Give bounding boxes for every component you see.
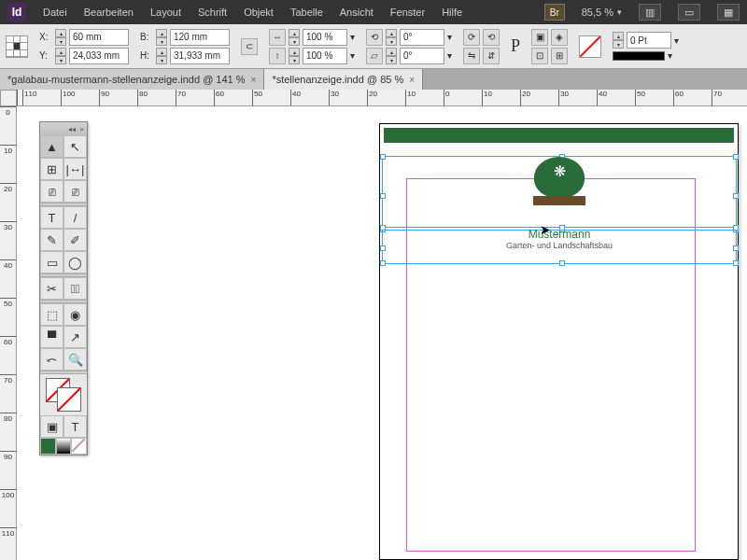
- bridge-button[interactable]: Br: [544, 4, 565, 21]
- header-band[interactable]: [384, 128, 734, 143]
- formatting-container-icon[interactable]: ▣: [40, 415, 63, 438]
- rotate-icon: ⟲: [366, 29, 383, 46]
- panel-header[interactable]: ◂◂×: [40, 122, 87, 135]
- tree-icon: ❋: [554, 162, 566, 180]
- zoom-tool[interactable]: 🔍: [63, 348, 87, 371]
- title-frame[interactable]: Mustermann Garten- und Landschaftsbau: [382, 227, 737, 264]
- menu-objekt[interactable]: Objekt: [244, 7, 274, 18]
- h-input[interactable]: 31,933 mm: [170, 48, 230, 64]
- title-bar: Id Datei Bearbeiten Layout Schrift Objek…: [0, 0, 747, 24]
- arrange-icon[interactable]: ▦: [717, 4, 740, 21]
- scale-x-input[interactable]: 100 %: [303, 29, 347, 46]
- shear-stepper[interactable]: ▴▾: [386, 48, 397, 64]
- ruler-horizontal[interactable]: 1101009080706050403020100102030405060708…: [17, 90, 747, 106]
- gradient-feather-tool[interactable]: ◉: [63, 303, 87, 326]
- stroke-style[interactable]: [613, 51, 665, 61]
- rotate-stepper[interactable]: ▴▾: [386, 29, 397, 46]
- scale-x-icon: ↔: [269, 29, 286, 46]
- line-tool[interactable]: /: [63, 206, 87, 229]
- fit-content-icon[interactable]: ⊡: [531, 48, 548, 64]
- logo-frame[interactable]: ❋: [382, 156, 737, 231]
- page[interactable]: ❋ Mustermann Garten- und Landschaftsbau: [379, 123, 739, 560]
- eyedropper-tool[interactable]: ↗: [63, 326, 87, 348]
- ruler-origin[interactable]: [0, 90, 17, 106]
- apply-none[interactable]: [71, 438, 87, 455]
- gap-tool[interactable]: |↔|: [63, 158, 87, 180]
- formatting-text-icon[interactable]: T: [63, 415, 87, 438]
- zoom-display[interactable]: 85,5 %▾: [582, 7, 622, 18]
- apply-color[interactable]: [40, 438, 56, 455]
- menu-datei[interactable]: Datei: [43, 7, 67, 18]
- menu-fenster[interactable]: Fenster: [390, 7, 425, 18]
- h-label: H:: [140, 50, 153, 61]
- tab-galabau[interactable]: *galabau-mustermann-stellenanzeige.indd …: [0, 69, 264, 90]
- close-icon[interactable]: ×: [409, 75, 415, 85]
- app-logo: Id: [7, 3, 26, 21]
- fit-frame-icon[interactable]: ⊞: [551, 48, 568, 64]
- rotate-input[interactable]: 0°: [400, 29, 444, 46]
- shear-icon: ▱: [366, 48, 383, 64]
- x-input[interactable]: 60 mm: [69, 29, 129, 46]
- rotate-cw-icon[interactable]: ⟳: [463, 29, 480, 46]
- direct-selection-tool[interactable]: ↖: [63, 135, 87, 158]
- fill-swatch[interactable]: [579, 35, 601, 58]
- pencil-tool[interactable]: ✐: [63, 229, 87, 251]
- menu-bearbeiten[interactable]: Bearbeiten: [84, 7, 134, 18]
- stroke-stepper[interactable]: ▴▾: [613, 32, 624, 49]
- y-label: Y:: [39, 50, 52, 61]
- y-stepper[interactable]: ▴▾: [55, 48, 66, 64]
- w-stepper[interactable]: ▴▾: [156, 29, 167, 46]
- apply-gradient[interactable]: [56, 438, 72, 455]
- menu-layout[interactable]: Layout: [150, 7, 181, 18]
- document-tabs: *galabau-mustermann-stellenanzeige.indd …: [0, 69, 747, 90]
- reference-point[interactable]: [6, 35, 28, 58]
- menu-ansicht[interactable]: Ansicht: [340, 7, 374, 18]
- scale-y-stepper[interactable]: ▴▾: [289, 48, 300, 64]
- scale-x-stepper[interactable]: ▴▾: [289, 29, 300, 46]
- menu-schrift[interactable]: Schrift: [198, 7, 227, 18]
- ruler-vertical[interactable]: 0102030405060708090100110: [0, 106, 17, 560]
- scale-y-input[interactable]: 100 %: [303, 48, 347, 64]
- gradient-swatch-tool[interactable]: ⬚: [40, 303, 63, 326]
- link-wh-icon[interactable]: ⊂: [241, 38, 258, 55]
- shear-input[interactable]: 0°: [400, 48, 444, 64]
- note-tool[interactable]: ▀: [40, 326, 63, 348]
- chevron-down-icon: ▾: [617, 7, 622, 17]
- type-tool[interactable]: T: [40, 206, 63, 229]
- content-collector-tool[interactable]: ⎚: [40, 180, 63, 203]
- fill-stroke-swatch[interactable]: [40, 374, 87, 415]
- menu-hilfe[interactable]: Hilfe: [442, 7, 462, 18]
- stroke-weight-input[interactable]: 0 Pt: [627, 32, 671, 49]
- select-content-icon[interactable]: ◈: [551, 29, 568, 46]
- flip-h-icon[interactable]: ⇋: [463, 48, 480, 64]
- free-transform-tool[interactable]: �⃞: [63, 277, 87, 300]
- rectangle-frame-tool[interactable]: ▭: [40, 251, 63, 273]
- view-mode-icon[interactable]: ▥: [639, 4, 661, 21]
- w-input[interactable]: 120 mm: [170, 29, 230, 46]
- pen-tool[interactable]: ✎: [40, 229, 63, 251]
- y-input[interactable]: 24,033 mm: [69, 48, 129, 64]
- select-container-icon[interactable]: ▣: [531, 29, 548, 46]
- x-stepper[interactable]: ▴▾: [55, 29, 66, 46]
- canvas[interactable]: ❋ Mustermann Garten- und Landschaftsbau …: [17, 106, 747, 560]
- selection-tool[interactable]: ▲: [40, 135, 63, 158]
- h-stepper[interactable]: ▴▾: [156, 48, 167, 64]
- cursor-icon: ➤: [540, 222, 551, 237]
- screen-mode-icon[interactable]: ▭: [678, 4, 700, 21]
- menu-tabelle[interactable]: Tabelle: [290, 7, 323, 18]
- content-placer-tool[interactable]: ⎚: [63, 180, 87, 203]
- ellipse-tool[interactable]: ◯: [63, 251, 87, 273]
- flip-v-icon[interactable]: ⇵: [483, 48, 500, 64]
- tab-stellenanzeige[interactable]: *stellenanzeige.indd @ 85 %×: [264, 69, 423, 90]
- control-bar: X:▴▾60 mm Y:▴▾24,033 mm B:▴▾120 mm H:▴▾3…: [0, 24, 747, 69]
- scissors-tool[interactable]: ✂: [40, 277, 63, 300]
- x-label: X:: [39, 32, 52, 42]
- close-icon[interactable]: ×: [79, 125, 84, 133]
- company-subtitle: Garten- und Landschaftsbau: [383, 241, 736, 250]
- hand-tool[interactable]: ⤺: [40, 348, 63, 371]
- close-icon[interactable]: ×: [251, 75, 257, 85]
- type-indicator-icon: P: [511, 36, 520, 56]
- rotate-ccw-icon[interactable]: ⟲: [483, 29, 500, 46]
- page-tool[interactable]: ⊞: [40, 158, 63, 180]
- tools-panel[interactable]: ◂◂× ▲↖ ⊞|↔| ⎚⎚ T/ ✎✐ ▭◯ ✂�⃞ ⬚◉ ▀↗ ⤺🔍 ▣T: [39, 121, 88, 455]
